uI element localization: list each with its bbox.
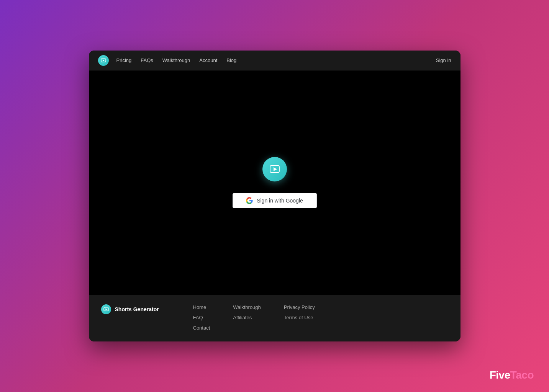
- footer-link-faq[interactable]: FAQ: [193, 315, 210, 320]
- play-icon: [269, 164, 280, 175]
- nav-link-walkthrough[interactable]: Walkthrough: [162, 57, 190, 63]
- nav-bar: Pricing FAQs Walkthrough Account Blog Si…: [89, 51, 461, 70]
- footer-brand-name: Shorts Generator: [115, 306, 159, 312]
- watermark-five: Five: [490, 369, 510, 381]
- nav-link-pricing[interactable]: Pricing: [116, 57, 132, 63]
- app-window: Pricing FAQs Walkthrough Account Blog Si…: [89, 51, 461, 341]
- footer-logo: [101, 304, 111, 314]
- footer-link-terms[interactable]: Terms of Use: [284, 315, 315, 320]
- google-signin-button[interactable]: Sign in with Google: [233, 193, 317, 208]
- main-content: Sign in with Google: [89, 70, 461, 295]
- nav-links: Pricing FAQs Walkthrough Account Blog: [116, 57, 436, 63]
- watermark-taco: Taco: [510, 369, 534, 381]
- footer-columns: Home FAQ Contact Walkthrough Affiliates …: [193, 304, 448, 331]
- footer-link-contact[interactable]: Contact: [193, 325, 210, 331]
- svg-marker-5: [105, 309, 107, 310]
- footer-link-privacy[interactable]: Privacy Policy: [284, 304, 315, 310]
- footer-link-walkthrough[interactable]: Walkthrough: [233, 304, 261, 310]
- footer-link-home[interactable]: Home: [193, 304, 210, 310]
- play-button[interactable]: [262, 157, 287, 181]
- nav-link-account[interactable]: Account: [199, 57, 217, 63]
- google-g-icon: [246, 197, 253, 204]
- google-signin-label: Sign in with Google: [257, 198, 303, 204]
- nav-link-faqs[interactable]: FAQs: [141, 57, 153, 63]
- nav-link-blog[interactable]: Blog: [226, 57, 236, 63]
- footer-col-1: Home FAQ Contact: [193, 304, 210, 331]
- footer-brand: Shorts Generator: [101, 304, 170, 314]
- footer-col-2: Walkthrough Affiliates: [233, 304, 261, 331]
- fivetaco-watermark: FiveTaco: [490, 369, 534, 381]
- footer: Shorts Generator Home FAQ Contact Walkth…: [89, 295, 461, 341]
- footer-col-3: Privacy Policy Terms of Use: [284, 304, 315, 331]
- nav-signin-link[interactable]: Sign in: [436, 57, 451, 63]
- nav-logo[interactable]: [98, 55, 109, 66]
- svg-marker-3: [274, 167, 277, 171]
- svg-marker-1: [103, 59, 104, 61]
- footer-link-affiliates[interactable]: Affiliates: [233, 315, 261, 320]
